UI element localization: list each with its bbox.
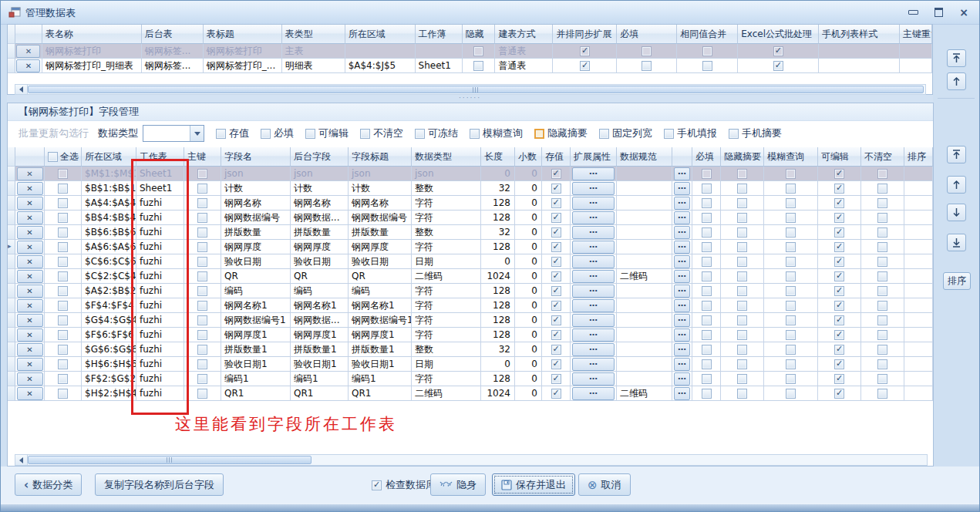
edit-checkbox[interactable] xyxy=(834,359,844,369)
fuzzy-checkbox[interactable] xyxy=(786,198,796,208)
cell-sort[interactable] xyxy=(904,313,933,328)
bottom-grid-hscrollbar[interactable] xyxy=(15,454,928,466)
cell-title[interactable]: 钢网厚度1 xyxy=(349,328,412,342)
noclear-checkbox[interactable] xyxy=(877,345,887,355)
cell-dtype[interactable]: 二维码 xyxy=(412,269,481,284)
noclear-checkbox[interactable] xyxy=(877,227,887,237)
noclear-checkbox[interactable] xyxy=(877,359,887,369)
cell-region[interactable]: $C$2:$C$4 xyxy=(82,269,136,284)
cell-spec[interactable] xyxy=(617,225,672,240)
store-checkbox[interactable] xyxy=(551,271,561,281)
cell-dtype[interactable]: 日期 xyxy=(412,357,481,372)
req-checkbox[interactable] xyxy=(702,257,712,267)
toolbar-checkbox-8[interactable] xyxy=(664,129,674,139)
fuzzy-checkbox[interactable] xyxy=(786,345,796,355)
store-checkbox[interactable] xyxy=(551,242,561,252)
noclear-checkbox[interactable] xyxy=(877,286,887,296)
more-ellipsis-button[interactable]: … xyxy=(674,167,690,180)
cell-spec[interactable] xyxy=(617,357,672,372)
ext-ellipsis-button[interactable]: … xyxy=(572,255,615,268)
cell-sheet[interactable]: fuzhi xyxy=(136,254,184,269)
store-checkbox[interactable] xyxy=(551,257,561,267)
cell-sheet[interactable]: fuzhi xyxy=(136,269,184,284)
more-ellipsis-button[interactable]: … xyxy=(674,241,690,254)
cell-spec[interactable] xyxy=(617,240,672,254)
cell-sheet[interactable]: fuzhi xyxy=(136,225,184,240)
splitter-handle[interactable]: ······ xyxy=(7,95,933,103)
hidden-checkbox[interactable] xyxy=(473,61,483,71)
sel-checkbox[interactable] xyxy=(58,257,68,267)
cell-sheet[interactable]: fuzhi xyxy=(136,284,184,298)
delete-row-button[interactable]: ✕ xyxy=(17,314,43,327)
cell-sort[interactable] xyxy=(904,342,933,357)
cell-backend[interactable]: 钢网厚度1 xyxy=(291,328,349,342)
delete-row-button[interactable]: ✕ xyxy=(17,358,43,371)
cell-field[interactable]: 钢网厚度 xyxy=(221,240,291,254)
cell-sheet[interactable]: fuzhi xyxy=(136,328,184,342)
cell-spec[interactable] xyxy=(617,342,672,357)
pk-checkbox[interactable] xyxy=(197,242,207,252)
pk-checkbox[interactable] xyxy=(197,330,207,340)
ext-ellipsis-button[interactable]: … xyxy=(572,314,615,327)
move-to-bottom-button[interactable] xyxy=(947,234,966,251)
cell-field[interactable]: 验收日期1 xyxy=(221,357,291,372)
cell-mobile[interactable] xyxy=(819,59,900,73)
cell-region[interactable]: $A$4:$J$5 xyxy=(345,59,416,73)
cell-field[interactable]: 钢网名称 xyxy=(221,196,291,211)
cell-sheet[interactable]: Sheet1 xyxy=(136,181,184,196)
pk-checkbox[interactable] xyxy=(197,213,207,223)
cell-dec[interactable]: 0 xyxy=(515,269,542,284)
cell-backend[interactable]: 钢网数据... xyxy=(291,313,349,328)
fuzzy-checkbox[interactable] xyxy=(786,286,796,296)
cell-dtype[interactable]: 字符 xyxy=(412,211,481,225)
fuzzy-checkbox[interactable] xyxy=(786,301,796,311)
cell-backend[interactable]: 编码 xyxy=(291,284,349,298)
cell-sheet[interactable]: fuzhi xyxy=(136,298,184,313)
hidesum-checkbox[interactable] xyxy=(737,315,747,325)
hidesum-checkbox[interactable] xyxy=(737,184,747,194)
cell-region[interactable]: $F$6:$F$6 xyxy=(82,328,136,342)
ext-ellipsis-button[interactable]: … xyxy=(572,387,615,400)
scrollbar-thumb[interactable] xyxy=(28,456,312,464)
cell-region[interactable]: $B$1:$B$1 xyxy=(82,181,136,196)
noclear-checkbox[interactable] xyxy=(877,315,887,325)
cell-region[interactable]: $G$6:$G$6 xyxy=(82,342,136,357)
cell-backend[interactable]: 计数 xyxy=(291,181,349,196)
restore-button[interactable] xyxy=(932,6,945,19)
pk-checkbox[interactable] xyxy=(197,301,207,311)
cell-dec[interactable]: 0 xyxy=(515,342,542,357)
ext-ellipsis-button[interactable]: … xyxy=(572,197,615,210)
sel-checkbox[interactable] xyxy=(58,315,68,325)
delete-row-button[interactable]: ✕ xyxy=(17,255,43,268)
sel-checkbox[interactable] xyxy=(58,213,68,223)
cell-title[interactable]: 钢网标签打印_... xyxy=(204,59,282,73)
sel-checkbox[interactable] xyxy=(58,184,68,194)
ext-ellipsis-button[interactable]: … xyxy=(572,270,615,283)
req-checkbox[interactable] xyxy=(702,330,712,340)
fuzzy-checkbox[interactable] xyxy=(786,330,796,340)
store-checkbox[interactable] xyxy=(551,286,561,296)
req-checkbox[interactable] xyxy=(702,271,712,281)
delete-row-button[interactable]: ✕ xyxy=(17,299,43,312)
move-to-top-button[interactable] xyxy=(947,146,966,163)
cell-title[interactable]: 验收日期 xyxy=(349,254,412,269)
hidesum-checkbox[interactable] xyxy=(737,227,747,237)
cell-spec[interactable] xyxy=(617,196,672,211)
noclear-checkbox[interactable] xyxy=(877,184,887,194)
fuzzy-checkbox[interactable] xyxy=(786,315,796,325)
cell-spec[interactable] xyxy=(617,211,672,225)
fuzzy-checkbox[interactable] xyxy=(786,184,796,194)
toolbar-checkbox-5[interactable] xyxy=(470,129,480,139)
cell-backend[interactable]: 拼版数量1 xyxy=(291,342,349,357)
top-move-up-button[interactable] xyxy=(947,72,966,90)
req-checkbox[interactable] xyxy=(702,198,712,208)
cancel-button[interactable]: ⊗ 取消 xyxy=(578,473,631,496)
cell-dtype[interactable]: 字符 xyxy=(412,372,481,386)
req-checkbox[interactable] xyxy=(702,213,712,223)
edit-checkbox[interactable] xyxy=(834,242,844,252)
toolbar-checkbox-0[interactable] xyxy=(216,129,226,139)
hidesum-checkbox[interactable] xyxy=(737,257,747,267)
cell-backend[interactable]: QR1 xyxy=(291,386,349,401)
ext-ellipsis-button[interactable]: … xyxy=(572,372,615,386)
cell-dec[interactable]: 0 xyxy=(515,298,542,313)
